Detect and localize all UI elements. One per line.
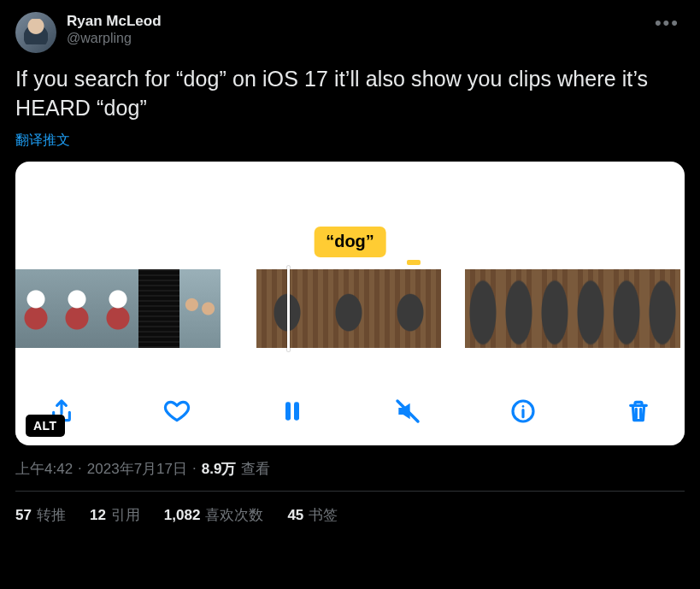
caption-caret: [407, 260, 421, 265]
tweet-stats: 57转推 12引用 1,082喜欢次数 45书签: [15, 505, 685, 525]
thumbnail: [537, 269, 573, 348]
avatar[interactable]: [15, 12, 56, 53]
thumbnail: [15, 269, 56, 348]
translate-link[interactable]: 翻译推文: [15, 132, 685, 150]
stat-count: 57: [15, 507, 32, 523]
trash-icon[interactable]: [623, 396, 654, 427]
filmstrip[interactable]: [15, 269, 685, 348]
thumbnail: [573, 269, 609, 348]
meta-sep: ·: [78, 460, 82, 477]
thumbnail: [609, 269, 644, 348]
info-icon[interactable]: [508, 396, 538, 427]
stat-count: 12: [90, 507, 106, 523]
media-toolbar: [15, 396, 685, 427]
stat-likes[interactable]: 1,082喜欢次数: [164, 505, 264, 525]
stat-label: 书签: [309, 507, 338, 523]
thumbnail: [56, 269, 97, 348]
thumbnail: [501, 269, 537, 348]
thumbnail: [465, 269, 501, 348]
heart-icon[interactable]: [162, 396, 192, 427]
clip-group[interactable]: [465, 269, 680, 348]
time[interactable]: 上午4:42: [15, 459, 73, 479]
tweet-meta: 上午4:42 · 2023年7月17日 · 8.9万 查看: [15, 459, 685, 479]
divider: [15, 491, 685, 492]
stat-count: 45: [287, 507, 303, 523]
display-name: Ryan McLeod: [67, 12, 639, 30]
views-count: 8.9万: [202, 459, 237, 479]
stat-count: 1,082: [164, 507, 201, 523]
stat-label: 引用: [111, 507, 140, 523]
tweet-header: Ryan McLeod @warpling •••: [15, 12, 685, 53]
clip-group[interactable]: [15, 269, 221, 348]
alt-badge[interactable]: ALT: [26, 415, 65, 437]
stat-label: 喜欢次数: [205, 507, 263, 523]
handle: @warpling: [67, 30, 639, 47]
author-names[interactable]: Ryan McLeod @warpling: [67, 12, 639, 47]
views-label: 查看: [241, 459, 270, 479]
caption-tag: “dog”: [314, 227, 386, 257]
clip-group[interactable]: [256, 269, 441, 348]
tweet-text: If you search for “dog” on iOS 17 it’ll …: [15, 65, 685, 123]
date[interactable]: 2023年7月17日: [87, 459, 187, 479]
thumbnail: [179, 269, 221, 348]
thumbnail: [379, 269, 441, 348]
stat-label: 转推: [37, 507, 66, 523]
media-card[interactable]: “dog”: [15, 162, 685, 445]
stat-bookmarks[interactable]: 45书签: [287, 505, 338, 525]
thumbnail: [138, 269, 179, 348]
svg-rect-1: [294, 402, 299, 420]
thumbnail: [644, 269, 680, 348]
meta-sep: ·: [192, 460, 197, 477]
svg-point-5: [522, 405, 525, 408]
pause-icon[interactable]: [277, 396, 308, 427]
playhead[interactable]: [287, 266, 290, 351]
tweet: Ryan McLeod @warpling ••• If you search …: [15, 12, 685, 525]
stat-retweets[interactable]: 57转推: [15, 505, 66, 525]
thumbnail: [97, 269, 138, 348]
more-icon[interactable]: •••: [650, 12, 685, 34]
svg-rect-0: [285, 402, 291, 420]
mute-icon[interactable]: [392, 396, 423, 427]
stat-quotes[interactable]: 12引用: [90, 505, 140, 525]
thumbnail: [318, 269, 379, 348]
